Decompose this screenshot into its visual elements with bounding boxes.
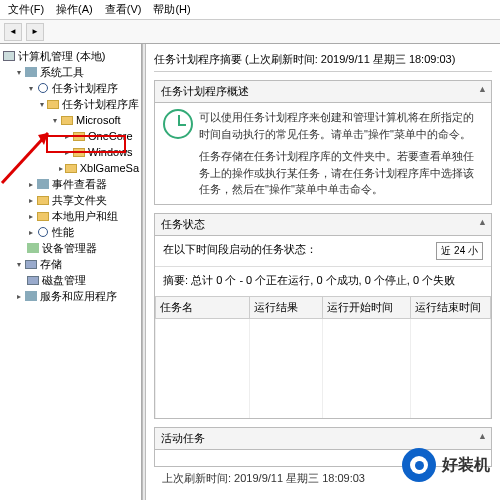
summary-title: 任务计划程序摘要 (上次刷新时间: 2019/9/11 星期三 18:09:03…	[154, 50, 492, 72]
watermark-text: 好装机	[442, 455, 490, 476]
collapse-icon[interactable]: ▲	[478, 431, 487, 441]
folder-icon	[65, 162, 78, 174]
folder-icon	[72, 146, 86, 158]
task-table: 任务名 运行结果 运行开始时间 运行结束时间	[155, 296, 491, 419]
tree-panel: 计算机管理 (本地) ▾系统工具 ▾任务计划程序 ▾任务计划程序库 ▾Micro…	[0, 44, 142, 500]
menu-action[interactable]: 操作(A)	[56, 2, 93, 17]
storage-icon	[24, 258, 38, 270]
expand-icon[interactable]: ▾	[14, 68, 24, 77]
col-end-time[interactable]: 运行结束时间	[410, 296, 490, 318]
folder-icon	[46, 98, 60, 110]
folder-icon	[60, 114, 74, 126]
status-header[interactable]: 任务状态▲	[155, 214, 491, 236]
tree-root[interactable]: 计算机管理 (本地)	[2, 48, 139, 64]
overview-header[interactable]: 任务计划程序概述▲	[155, 81, 491, 103]
col-run-result[interactable]: 运行结果	[249, 296, 323, 318]
col-start-time[interactable]: 运行开始时间	[323, 296, 410, 318]
clock-big-icon	[163, 109, 193, 139]
tree-onecore[interactable]: ▸OneCore	[2, 128, 139, 144]
tree-shared-folders[interactable]: ▸共享文件夹	[2, 192, 139, 208]
status-filter-dropdown[interactable]: 近 24 小	[436, 242, 483, 260]
shared-icon	[36, 194, 50, 206]
tree-device-manager[interactable]: 设备管理器	[2, 240, 139, 256]
disk-icon	[26, 274, 40, 286]
expand-icon[interactable]: ▾	[50, 116, 60, 125]
col-task-name[interactable]: 任务名	[156, 296, 250, 318]
tools-icon	[24, 66, 38, 78]
pc-icon	[2, 50, 16, 62]
watermark: 好装机	[402, 448, 490, 482]
tree-windows[interactable]: ▸Windows	[2, 144, 139, 160]
perf-icon	[36, 226, 50, 238]
toolbar-back[interactable]: ◄	[4, 23, 22, 41]
expand-icon[interactable]: ▸	[26, 212, 36, 221]
toolbar: ◄ ►	[0, 20, 500, 44]
expand-icon[interactable]: ▾	[26, 84, 36, 93]
users-icon	[36, 210, 50, 222]
tree-task-scheduler-lib[interactable]: ▾任务计划程序库	[2, 96, 139, 112]
expand-icon[interactable]: ▸	[14, 292, 24, 301]
tree-services-apps[interactable]: ▸服务和应用程序	[2, 288, 139, 304]
tree-performance[interactable]: ▸性能	[2, 224, 139, 240]
svc-icon	[24, 290, 38, 302]
tree-xblgamesa[interactable]: ▸XblGameSa	[2, 160, 139, 176]
expand-icon[interactable]: ▸	[62, 132, 72, 141]
menu-help[interactable]: 帮助(H)	[153, 2, 190, 17]
tree-event-viewer[interactable]: ▸事件查看器	[2, 176, 139, 192]
event-icon	[36, 178, 50, 190]
expand-icon[interactable]: ▸	[26, 196, 36, 205]
tree-microsoft[interactable]: ▾Microsoft	[2, 112, 139, 128]
expand-icon[interactable]: ▸	[62, 148, 72, 157]
tree-storage[interactable]: ▾存储	[2, 256, 139, 272]
expand-icon[interactable]: ▸	[26, 180, 36, 189]
overview-text-1: 可以使用任务计划程序来创建和管理计算机将在所指定的时间自动执行的常见任务。请单击…	[199, 109, 483, 142]
overview-text-2: 任务存储在任务计划程序库的文件夹中。若要查看单独任务上的操作或执行某任务，请在任…	[199, 148, 483, 198]
table-row-empty	[156, 318, 491, 418]
status-label: 在以下时间段启动的任务状态：	[163, 242, 317, 260]
expand-icon[interactable]: ▾	[14, 260, 24, 269]
status-section: 任务状态▲ 在以下时间段启动的任务状态： 近 24 小 摘要: 总计 0 个 -…	[154, 213, 492, 420]
clock-icon	[36, 82, 50, 94]
active-tasks-header[interactable]: 活动任务▲	[155, 428, 491, 450]
tree-task-scheduler[interactable]: ▾任务计划程序	[2, 80, 139, 96]
expand-icon[interactable]: ▾	[37, 100, 47, 109]
tree-system-tools[interactable]: ▾系统工具	[2, 64, 139, 80]
menubar: 文件(F) 操作(A) 查看(V) 帮助(H)	[0, 0, 500, 20]
dev-icon	[26, 242, 40, 254]
menu-view[interactable]: 查看(V)	[105, 2, 142, 17]
folder-icon	[72, 130, 86, 142]
collapse-icon[interactable]: ▲	[478, 217, 487, 227]
expand-icon[interactable]: ▸	[56, 164, 65, 173]
expand-icon[interactable]: ▸	[26, 228, 36, 237]
menu-file[interactable]: 文件(F)	[8, 2, 44, 17]
collapse-icon[interactable]: ▲	[478, 84, 487, 94]
status-summary: 摘要: 总计 0 个 - 0 个正在运行, 0 个成功, 0 个停止, 0 个失…	[155, 267, 491, 294]
content-panel: 任务计划程序摘要 (上次刷新时间: 2019/9/11 星期三 18:09:03…	[146, 44, 500, 500]
tree-local-users[interactable]: ▸本地用户和组	[2, 208, 139, 224]
watermark-logo	[402, 448, 436, 482]
toolbar-fwd[interactable]: ►	[26, 23, 44, 41]
tree-disk-mgmt[interactable]: 磁盘管理	[2, 272, 139, 288]
overview-section: 任务计划程序概述▲ 可以使用任务计划程序来创建和管理计算机将在所指定的时间自动执…	[154, 80, 492, 205]
